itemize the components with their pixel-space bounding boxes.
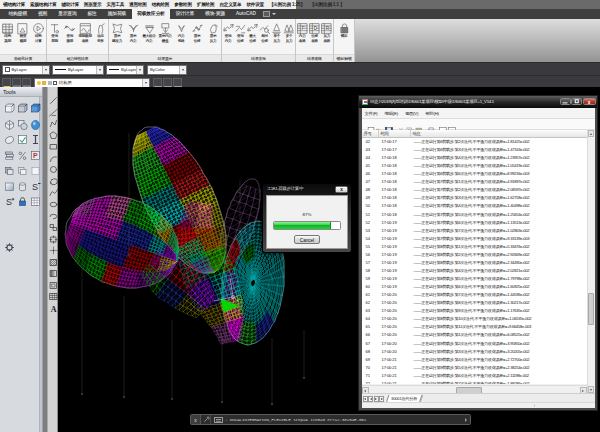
log-row[interactable]: 4617:00:18——正在进行第6荷载步 第6次迭代 不平衡力收敛误差=+8.… [362,170,587,178]
log-row[interactable]: 5617:00:19——正在进行第8荷载步 第2次迭代 不平衡力收敛误差=+2.… [362,251,587,259]
log-time: 17:00:18 [382,186,397,194]
log-vertical-scrollbar[interactable] [587,130,595,393]
column-header-time[interactable]: 时间 [379,130,411,138]
log-row[interactable]: 6817:00:20——正在进行第9荷载步 第3次迭代 不平衡力收敛误差=+3.… [362,348,587,356]
log-seq: 44 [366,154,371,162]
dialog-close-button[interactable]: x [335,186,348,193]
log-seq: 54 [366,235,371,243]
log-row[interactable]: 4417:00:18——正在进行第6荷载步 第4次迭代 不平衡力收敛误差=+1.… [362,154,587,162]
log-seq: 66 [366,331,371,339]
log-message: ——正在进行第7荷载步 第5次迭代 不平衡力收敛误差=+1.25654e-002 [414,211,530,219]
log-time: 17:00:20 [382,331,397,339]
log-message: ——正在进行第8荷载步 第4次迭代 不平衡力收敛误差=+2.02821e-002 [414,267,530,275]
log-row[interactable]: 5317:00:19——正在进行第7荷载步 第7次迭代 不平衡力收敛误差=+1.… [362,227,587,235]
log-time: 17:00:19 [382,251,397,259]
log-row[interactable]: 6917:00:21——正在进行第9荷载步 第4次迭代 不平衡力收敛误差=+2.… [362,356,587,364]
log-message: ——正在进行第8荷载步 第6次迭代 不平衡力收敛误差=+1.60925e-002 [414,283,530,291]
log-menu-3[interactable]: 帮助(H) [425,108,439,118]
cut-icon[interactable] [397,121,405,129]
log-message: ——正在进行第9荷载步 第3次迭代 不平衡力收敛误差=+3.20205e-002 [414,348,530,356]
log-row[interactable]: 6417:00:20——正在进行第8荷载步 第10次迭代 不平衡力收敛误差=+1… [362,315,587,323]
open-icon[interactable] [376,121,384,129]
log-row[interactable]: 5417:00:19——正在进行第7荷载步 第8次迭代 不平衡力收敛误差=+9.… [362,235,587,243]
log-window: 日志 I:\2019\内部培训\190601某项目\模型\中级\190601某项… [358,95,598,411]
command-customize-icon[interactable] [201,415,211,424]
column-header-seq[interactable]: 序号 [362,130,379,138]
close-button[interactable]: x [583,98,596,106]
log-row[interactable]: 6317:00:20——正在进行第8荷载步 第9次迭代 不平衡力收敛误差=+1.… [362,307,587,315]
print-icon[interactable] [427,121,435,129]
scroll-thumb[interactable] [588,293,594,325]
log-row[interactable]: 6217:00:20——正在进行第8荷载步 第8次迭代 不平衡力收敛误差=+1.… [362,299,587,307]
column-header-message[interactable]: 信息 [411,130,587,138]
log-row[interactable]: 6617:00:20——正在进行第9荷载步 第1次迭代 不平衡力收敛误差=+6.… [362,331,587,339]
paste-icon[interactable] [415,121,423,129]
log-message: ——正在进行第8荷载步 第2次迭代 不平衡力收敛误差=+2.92669e-002 [414,251,530,259]
log-row[interactable]: 4917:00:18——正在进行第7荷载步 第3次迭代 不平衡力收敛误差=+1.… [362,194,587,202]
log-row[interactable]: 5217:00:19——正在进行第7荷载步 第6次迭代 不平衡力收敛误差=+1.… [362,219,587,227]
save-icon[interactable] [385,121,393,129]
log-row[interactable]: 7117:00:21——正在进行第9荷载步 第6次迭代 不平衡力收敛误差=+2.… [362,372,587,380]
log-message: ——正在进行第8荷载步 第3次迭代 不平衡力收敛误差=+2.34490e-002 [414,259,530,267]
log-seq: 47 [366,178,371,186]
log-row[interactable]: 4517:00:18——正在进行第6荷载步 第5次迭代 不平衡力收敛误差=+1.… [362,162,587,170]
log-row[interactable]: 4717:00:18——正在进行第7荷载步 第1次迭代 不平衡力收敛误差=+4.… [362,178,587,186]
toggle1-icon[interactable] [439,121,447,129]
log-time: 17:00:19 [382,275,397,283]
log-time: 17:00:18 [382,154,397,162]
command-close-icon[interactable]: x [191,415,201,424]
log-row[interactable]: 5917:00:19——正在进行第8荷载步 第5次迭代 不平衡力收敛误差=+1.… [362,275,587,283]
log-row[interactable]: 5117:00:18——正在进行第7荷载步 第5次迭代 不平衡力收敛误差=+1.… [362,211,587,219]
log-status-bar [362,402,595,408]
log-row[interactable]: 5817:00:19——正在进行第8荷载步 第4次迭代 不平衡力收敛误差=+2.… [362,267,587,275]
command-recent-arrow[interactable] [465,418,467,422]
log-time: 17:00:19 [382,283,397,291]
log-time: 17:00:20 [382,340,397,348]
log-seq: 56 [366,251,371,259]
scroll-up-button[interactable] [588,130,594,137]
log-row[interactable]: 6517:00:20——正在进行第8荷载步 第11次迭代 不平衡力收敛误差=+9… [362,323,587,331]
log-time: 17:00:19 [382,227,397,235]
log-seq: 43 [366,146,371,154]
log-horizontal-scrollbar[interactable] [362,385,587,393]
log-seq: 61 [366,291,371,299]
progress-dialog-title: 工况1-荷载步计算中 [267,186,337,191]
log-seq: 55 [366,243,371,251]
minimize-button[interactable] [560,98,571,106]
log-row[interactable]: 7017:00:21——正在进行第9荷载步 第5次迭代 不平衡力收敛误差=+2.… [362,364,587,372]
log-row[interactable]: 5517:00:19——正在进行第8荷载步 第1次迭代 不平衡力收敛误差=+5.… [362,243,587,251]
new-doc-icon[interactable] [367,121,375,129]
command-text[interactable]: - ONCALINTEGRATION_FLEXIBLE step=9 item=… [225,417,465,422]
log-time: 17:00:20 [382,315,397,323]
log-seq: 50 [366,202,371,210]
log-row[interactable]: 6717:00:20——正在进行第9荷载步 第2次迭代 不平衡力收敛误差=+3.… [362,340,587,348]
icon-stripe [364,104,368,105]
log-menu-1[interactable]: 编辑(E) [385,108,398,118]
log-row[interactable]: 4317:00:17——正在进行第6荷载步 第3次迭代 不平衡力收敛误差=+1.… [362,146,587,154]
maximize-button[interactable] [571,98,582,106]
log-seq: 64 [366,315,371,323]
log-time: 17:00:18 [382,170,397,178]
cancel-button[interactable]: Cancel [294,235,320,245]
log-menu-2[interactable]: 视图(V) [405,108,418,118]
copy-icon[interactable] [406,121,414,129]
log-menu-0[interactable]: 文件(F) [365,108,378,118]
log-window-titlebar[interactable]: 日志 I:\2019\内部培训\190601某项目\模型\中级\190601某项… [359,96,597,108]
log-row[interactable]: 7217:00:21——正在进行第9荷载步 第7次迭代 不平衡力收敛误差=+1.… [362,380,587,384]
scroll-down-button[interactable] [588,386,594,393]
command-line[interactable]: x - ONCALINTEGRATION_FLEXIBLE step=9 ite… [190,414,471,425]
log-row[interactable]: 6117:00:20——正在进行第8荷载步 第7次迭代 不平衡力收敛误差=+1.… [362,291,587,299]
log-time: 17:00:19 [382,219,397,227]
log-seq: 46 [366,170,371,178]
log-row[interactable]: 6017:00:19——正在进行第8荷载步 第6次迭代 不平衡力收敛误差=+1.… [362,283,587,291]
command-keyboard-icon [214,417,223,423]
log-seq: 42 [366,138,371,146]
log-seq: 70 [366,364,371,372]
toggle2-icon[interactable] [448,121,456,129]
log-row[interactable]: 4217:00:17——正在进行第6荷载步 第2次迭代 不平衡力收敛误差=+1.… [362,138,587,146]
log-row[interactable]: 5017:00:18——正在进行第7荷载步 第4次迭代 不平衡力收敛误差=+1.… [362,202,587,210]
log-window-menubar: 文件(F)编辑(E)视图(V)帮助(H) [362,108,595,119]
log-table-body[interactable]: 4217:00:17——正在进行第6荷载步 第2次迭代 不平衡力收敛误差=+1.… [362,138,587,384]
log-row[interactable]: 5717:00:19——正在进行第8荷载步 第3次迭代 不平衡力收敛误差=+2.… [362,259,587,267]
log-row[interactable]: 4817:00:18——正在进行第7荷载步 第2次迭代 不平衡力收敛误差=+2.… [362,186,587,194]
